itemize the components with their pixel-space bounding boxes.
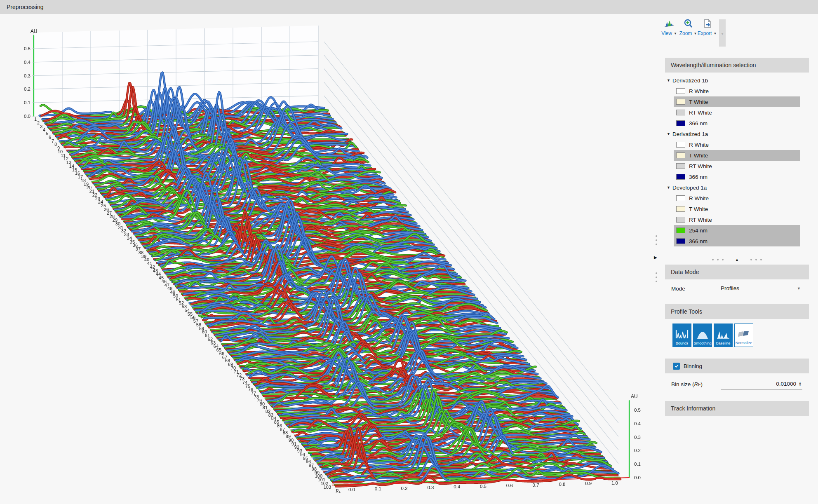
normalize-button[interactable]: Normalize — [734, 323, 753, 347]
profile-tools-header: Profile Tools — [665, 304, 809, 319]
channel-label: T White — [689, 206, 708, 212]
overflow-caret-icon: ▼ — [721, 32, 724, 36]
export-button[interactable]: Export ▼ — [698, 18, 717, 36]
splitter-dots-left — [710, 259, 725, 260]
tree-item-rt-white[interactable]: RT White — [674, 107, 800, 118]
channel-label: 254 nm — [689, 227, 708, 234]
check-icon — [674, 363, 679, 368]
tree-item-t-white[interactable]: T White — [674, 96, 800, 107]
baseline-button[interactable]: Baseline — [714, 323, 733, 347]
channel-swatch — [676, 174, 685, 180]
channel-label: R White — [689, 142, 709, 148]
smoothing-icon — [696, 329, 710, 340]
wavelength-selection-tree: ▼Derivatized 1bR WhiteT WhiteRT White366… — [665, 75, 809, 246]
channel-swatch — [676, 227, 685, 233]
bin-size-row: Bin size (RF) 0.01000 ▲ ▼ — [665, 378, 809, 390]
tree-item-254-nm[interactable]: 254 nm — [674, 225, 800, 236]
track-information-header: Track Information — [665, 401, 809, 416]
view-dropdown-caret[interactable]: ▼ — [674, 32, 677, 35]
profile-tools-row: Bounds Smoothing Baseline Normalize — [672, 323, 755, 347]
channel-label: R White — [689, 88, 709, 94]
zoom-dropdown-caret[interactable]: ▼ — [693, 32, 697, 35]
data-mode-header: Data Mode — [665, 265, 809, 279]
bin-size-input[interactable]: 0.01000 ▲ ▼ — [721, 379, 802, 390]
zoom-magnifier-icon — [683, 18, 694, 30]
normalize-icon — [737, 328, 751, 339]
zoom-button[interactable]: Zoom ▼ — [679, 18, 698, 36]
bounds-button[interactable]: Bounds — [672, 323, 691, 347]
export-dropdown-caret[interactable]: ▼ — [713, 32, 717, 35]
channel-swatch — [676, 110, 685, 115]
mode-select-caret-icon: ▼ — [797, 286, 801, 291]
tree-item-366-nm[interactable]: 366 nm — [674, 171, 800, 182]
bin-size-label: Bin size (RF) — [671, 381, 703, 387]
waterfall-3d-plot[interactable] — [0, 14, 654, 504]
plot-toolbar: View ▼ Zoom ▼ Export ▼ — [660, 18, 726, 47]
smoothing-button[interactable]: Smoothing — [693, 323, 712, 347]
channel-swatch — [676, 88, 685, 94]
bin-size-spinner[interactable]: ▲ ▼ — [799, 382, 802, 387]
sidebar-drag-handle-bottom[interactable] — [656, 271, 657, 284]
bin-size-value: 0.01000 — [721, 381, 796, 387]
channel-swatch — [676, 99, 685, 105]
bounds-icon — [675, 329, 689, 340]
channel-label: T White — [689, 99, 708, 105]
tree-item-r-white[interactable]: R White — [674, 193, 800, 204]
binning-label: Binning — [684, 363, 702, 369]
tree-group-derivatized-1b[interactable]: ▼Derivatized 1b — [665, 75, 809, 86]
channel-swatch — [676, 120, 685, 126]
splitter-dots-right — [749, 259, 764, 260]
spinner-down-icon: ▼ — [799, 384, 802, 387]
mode-row: Mode Profiles ▼ — [665, 283, 809, 294]
channel-swatch — [676, 142, 685, 148]
channel-label: 366 nm — [689, 120, 708, 127]
toolbar-overflow-button[interactable]: ▼ — [719, 19, 726, 47]
collapse-up-icon: ▲ — [735, 258, 739, 262]
channel-label: 366 nm — [689, 238, 708, 244]
mode-label: Mode — [671, 286, 685, 292]
channel-label: RT White — [689, 163, 712, 169]
panel-splitter[interactable]: ▲ — [665, 256, 809, 263]
tree-group-developed-1a[interactable]: ▼Developed 1a — [665, 182, 809, 193]
baseline-icon — [716, 329, 730, 340]
tree-item-rt-white[interactable]: RT White — [674, 161, 800, 171]
channel-swatch — [676, 206, 685, 212]
tree-item-r-white[interactable]: R White — [674, 86, 800, 96]
channel-swatch — [676, 217, 685, 223]
tree-item-366-nm[interactable]: 366 nm — [674, 118, 800, 129]
channel-label: RT White — [689, 110, 712, 116]
sidebar-drag-handle-top[interactable] — [656, 234, 657, 246]
tree-item-366-nm[interactable]: 366 nm — [674, 236, 800, 246]
channel-label: T White — [689, 152, 708, 159]
app-header: Preprocessing — [0, 0, 818, 14]
export-document-icon — [702, 18, 713, 30]
page-title: Preprocessing — [7, 4, 44, 10]
group-expand-icon[interactable]: ▼ — [667, 132, 672, 136]
mode-select[interactable]: Profiles ▼ — [721, 283, 802, 294]
group-expand-icon[interactable]: ▼ — [667, 78, 672, 82]
tree-item-rt-white[interactable]: RT White — [674, 214, 800, 225]
group-expand-icon[interactable]: ▼ — [667, 185, 672, 190]
binning-header: Binning — [665, 359, 809, 373]
wavelength-panel-header: Wavelength/illumination selection — [665, 58, 809, 73]
binning-checkbox[interactable] — [673, 363, 680, 370]
channel-swatch — [676, 163, 685, 169]
view-chart-icon — [664, 18, 675, 30]
tree-item-t-white[interactable]: T White — [674, 204, 800, 214]
tree-item-r-white[interactable]: R White — [674, 139, 800, 150]
tree-item-t-white[interactable]: T White — [674, 150, 800, 161]
channel-label: RT White — [689, 217, 712, 223]
channel-label: R White — [689, 195, 709, 202]
view-button[interactable]: View ▼ — [660, 18, 679, 36]
channel-swatch — [676, 152, 685, 158]
sidebar-expander-icon[interactable]: ▶ — [654, 255, 657, 260]
channel-swatch — [676, 195, 685, 201]
channel-swatch — [676, 238, 685, 244]
channel-label: 366 nm — [689, 174, 708, 180]
tree-group-derivatized-1a[interactable]: ▼Derivatized 1a — [665, 129, 809, 139]
